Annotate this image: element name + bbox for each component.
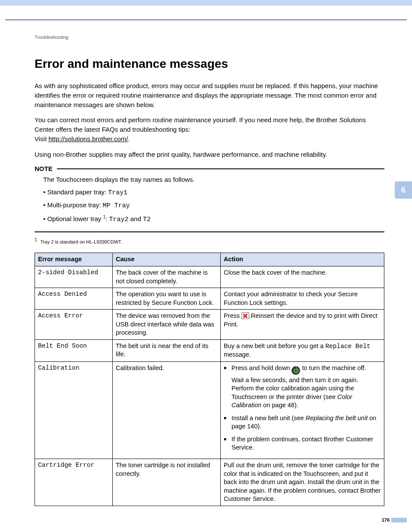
intro-paragraph-3: Using non-Brother supplies may affect th… <box>35 150 384 159</box>
error-cause: The belt unit is near the end of its lif… <box>113 339 221 361</box>
visit-prefix: Visit <box>35 135 48 142</box>
intro-paragraph-2: You can correct most errors and perform … <box>35 115 384 143</box>
error-msg: Access Denied <box>35 288 113 310</box>
intro-paragraph-1: As with any sophisticated office product… <box>35 81 384 109</box>
error-cause: The back cover of the machine is not clo… <box>113 266 221 288</box>
breadcrumb: Troubleshooting <box>35 35 384 40</box>
note-item-label-pre: Optional lower tray <box>47 215 103 222</box>
solutions-link[interactable]: http://solutions.brother.com/ <box>48 135 128 142</box>
action-text: If the problem continues, contact Brothe… <box>231 436 373 451</box>
action-text-pre: Press and hold down <box>231 364 292 371</box>
table-row: 2-sided Disabled The back cover of the m… <box>35 266 384 288</box>
col-header-action: Action <box>221 253 384 266</box>
note-box: NOTE The Touchscreen displays the tray n… <box>35 165 384 232</box>
page-number: 176 <box>382 517 390 522</box>
footnote: 1Tray 2 is standard on HL-L9200CDWT. <box>35 238 384 244</box>
action-pre: Buy a new belt unit before you get a <box>224 342 325 349</box>
table-row: Calibration Calibration failed. Press an… <box>35 362 384 459</box>
note-bullet-2: Multi-purpose tray: MP Tray <box>43 200 384 211</box>
table-row: Belt End Soon The belt unit is near the … <box>35 339 384 361</box>
tray2-code: Tray2 <box>109 216 129 223</box>
error-msg: 2-sided Disabled <box>35 266 113 288</box>
table-row: Access Error The device was removed from… <box>35 310 384 340</box>
tray1-code: Tray1 <box>108 189 127 196</box>
error-msg: Calibration <box>35 362 113 459</box>
note-item-label-post: : <box>105 215 109 222</box>
page-number-bar <box>391 518 407 522</box>
action-text-post: to turn the machine off. <box>300 364 366 371</box>
footnote-number: 1 <box>35 238 37 242</box>
error-action: Close the back cover of the machine. <box>221 266 384 288</box>
error-msg: Belt End Soon <box>35 339 113 361</box>
sub-post: on page 48). <box>261 402 298 408</box>
page-title: Error and maintenance messages <box>35 57 384 71</box>
action-item: Press and hold down ⏻ to turn the machin… <box>224 364 381 410</box>
and-text: and <box>129 215 143 222</box>
col-header-message: Error message <box>35 253 113 266</box>
chapter-tab: 6 <box>395 181 412 199</box>
header-rule <box>5 19 407 20</box>
note-item-label: Standard paper tray: <box>47 188 108 196</box>
note-label: NOTE <box>35 165 53 172</box>
table-header-row: Error message Cause Action <box>35 253 384 266</box>
error-action: Contact your administrator to check your… <box>221 288 384 310</box>
error-msg: Cartridge Error <box>35 459 113 506</box>
note-item-label: Multi-purpose tray: <box>47 201 102 209</box>
power-icon: ⏻ <box>292 366 300 375</box>
action-text-pre: Install a new belt unit (see <box>231 415 306 421</box>
note-lead: The Touchscreen displays the tray names … <box>43 175 384 185</box>
note-bullet-1: Standard paper tray: Tray1 <box>43 187 384 198</box>
page-content: Troubleshooting Error and maintenance me… <box>35 35 384 506</box>
action-post: message. <box>224 351 251 358</box>
error-cause: The device was removed from the USB dire… <box>113 310 221 340</box>
visit-suffix: . <box>128 135 130 142</box>
replace-belt-code: Replace Belt <box>325 343 370 350</box>
action-item: If the problem continues, contact Brothe… <box>224 435 381 452</box>
t2-code: T2 <box>143 216 151 223</box>
note-rule-bottom <box>35 231 384 232</box>
error-action: Pull out the drum unit, remove the toner… <box>221 459 384 506</box>
cancel-icon <box>241 312 249 319</box>
note-rule-top <box>57 168 384 169</box>
error-action: Buy a new belt unit before you get a Rep… <box>221 339 384 361</box>
action-italic: Replacing the belt unit <box>306 415 368 421</box>
top-bar <box>0 0 412 6</box>
error-cause: Calibration failed. <box>113 362 221 459</box>
error-table: Error message Cause Action 2-sided Disab… <box>35 253 384 506</box>
footnote-text: Tray 2 is standard on HL-L9200CDWT. <box>41 239 122 244</box>
action-item: Install a new belt unit (see Replacing t… <box>224 414 381 431</box>
action-subtext: Wait a few seconds, and then turn it on … <box>231 376 381 410</box>
action-pre: Press <box>224 312 241 319</box>
error-action: Press and hold down ⏻ to turn the machin… <box>221 362 384 459</box>
table-row: Access Denied The operation you want to … <box>35 288 384 310</box>
error-cause: The operation you want to use is restric… <box>113 288 221 310</box>
table-row: Cartridge Error The toner cartridge is n… <box>35 459 384 506</box>
error-cause: The toner cartridge is not installed cor… <box>113 459 221 506</box>
note-bullet-3: Optional lower tray 1: Tray2 and T2 <box>43 214 384 225</box>
error-action: Press .Reinsert the device and try to pr… <box>221 310 384 340</box>
mptray-code: MP Tray <box>103 202 130 209</box>
error-msg: Access Error <box>35 310 113 340</box>
col-header-cause: Cause <box>113 253 221 266</box>
intro2-text: You can correct most errors and perform … <box>35 116 366 133</box>
